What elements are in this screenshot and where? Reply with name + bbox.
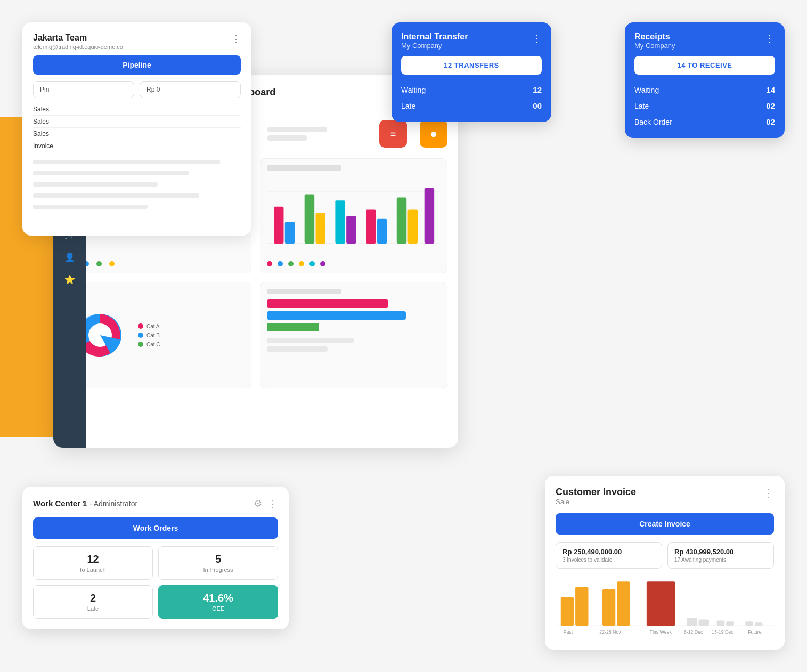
list-sales-3: Sales xyxy=(33,128,241,140)
legend-b5 xyxy=(309,261,315,266)
wc-inprogress-value: 5 xyxy=(166,553,270,565)
svg-rect-32 xyxy=(755,622,763,626)
rp-row: Pin Rp 0 xyxy=(33,81,241,98)
hbar-chart-box xyxy=(260,282,447,388)
ci-amount-1: Rp 250,490,000.00 3 Invoices to validate xyxy=(556,542,662,569)
ci-amount-2-value: Rp 430,999,520.00 xyxy=(674,548,767,556)
r-waiting-label: Waiting xyxy=(634,86,659,94)
hbar-ph-title xyxy=(267,289,341,294)
rp-box: Rp 0 xyxy=(140,81,241,98)
ph-line-3 xyxy=(267,127,327,132)
line-chart-legend xyxy=(71,261,244,266)
jakarta-menu-icon[interactable]: ⋮ xyxy=(231,33,241,45)
r-late-value: 02 xyxy=(766,101,775,110)
wc-inprogress-label: In Progress xyxy=(166,566,270,573)
r-menu-icon[interactable]: ⋮ xyxy=(764,32,775,45)
it-title: Internal Transfer xyxy=(401,32,468,42)
wc-settings-icon[interactable]: ⚙ xyxy=(254,498,262,509)
pie-l2-text: Cat B xyxy=(146,333,160,338)
svg-rect-30 xyxy=(726,621,734,626)
create-invoice-button[interactable]: Create Invoice xyxy=(556,513,774,535)
wc-late-value: 2 xyxy=(41,592,145,604)
ph-j4 xyxy=(33,193,199,198)
legend-yellow xyxy=(109,261,115,266)
transfers-button[interactable]: 12 TRANSFERS xyxy=(401,56,542,75)
svg-text:6-12 Dec: 6-12 Dec xyxy=(684,629,703,635)
wc-launch-value: 12 xyxy=(41,553,145,565)
svg-rect-22 xyxy=(561,597,574,626)
hbar-row xyxy=(267,299,441,331)
pie-legend: Cat A Cat B Cat C xyxy=(138,323,160,347)
r-stat-late: Late 02 xyxy=(634,98,775,114)
wc-stat-inprogress: 5 In Progress xyxy=(158,546,278,580)
ph-h2 xyxy=(267,346,328,352)
ci-amount-1-label: 3 Invoices to validate xyxy=(563,557,655,563)
charts-row-2: Cat A Cat B Cat C xyxy=(64,282,447,388)
work-orders-button[interactable]: Work Orders xyxy=(33,517,278,539)
svg-text:Past: Past xyxy=(564,629,573,635)
svg-rect-16 xyxy=(397,197,406,244)
pie-chart-box: Cat A Cat B Cat C xyxy=(64,282,251,388)
circle-icon[interactable]: ● xyxy=(420,120,447,148)
ph-j1 xyxy=(33,160,220,164)
jakarta-info: Jakarta Team telering@trading-id.equio-d… xyxy=(33,33,123,50)
svg-rect-29 xyxy=(717,620,725,626)
legend-b1 xyxy=(267,261,272,266)
svg-rect-27 xyxy=(687,618,697,626)
r-stat-backorder: Back Order 02 xyxy=(634,114,775,129)
wc-title: Work Center 1 xyxy=(33,499,87,508)
svg-text:13-19 Dec: 13-19 Dec xyxy=(712,629,733,635)
ci-amount-2: Rp 430,999,520.00 17 Awaiting payments xyxy=(667,542,774,569)
jakarta-ph-lines xyxy=(33,158,241,211)
svg-rect-14 xyxy=(366,209,376,243)
svg-rect-13 xyxy=(346,216,356,244)
ci-amount-1-value: Rp 250,490,000.00 xyxy=(563,548,655,556)
pipeline-button[interactable]: Pipeline xyxy=(33,55,241,75)
svg-text:This Week: This Week xyxy=(650,629,672,635)
invoice-bar-chart-svg: Past 22-28 Nov This Week 6-12 Dec 13-19 … xyxy=(556,578,774,637)
ci-amounts: Rp 250,490,000.00 3 Invoices to validate… xyxy=(556,542,774,569)
it-menu-icon[interactable]: ⋮ xyxy=(531,32,542,45)
report-icon[interactable]: ≡ xyxy=(379,120,407,148)
r-late-label: Late xyxy=(634,102,649,110)
ci-title: Customer Invoice xyxy=(556,487,636,498)
ph-line-4 xyxy=(267,135,307,141)
sidebar-item-star[interactable]: ⭐ xyxy=(60,270,79,289)
svg-text:Future: Future xyxy=(748,629,761,635)
sidebar-item-user[interactable]: 👤 xyxy=(60,247,79,266)
pie-l3-text: Cat C xyxy=(146,342,160,347)
wc-menu-icon[interactable]: ⋮ xyxy=(267,497,278,510)
pie-legend-2: Cat B xyxy=(138,333,160,338)
it-late-label: Late xyxy=(401,102,415,110)
it-title-block: Internal Transfer My Company xyxy=(401,32,468,50)
svg-rect-10 xyxy=(305,195,314,244)
ci-subtitle: Sale xyxy=(556,498,636,506)
wc-stat-oee: 41.6% OEE xyxy=(158,585,278,619)
ph-j5 xyxy=(33,205,148,209)
ph-j2 xyxy=(33,171,189,175)
hbar-3 xyxy=(267,323,319,331)
it-waiting-label: Waiting xyxy=(401,86,426,94)
hbar-1 xyxy=(267,299,388,308)
wc-stats-grid: 12 to Launch 5 In Progress 2 Late 41.6% … xyxy=(33,546,278,619)
svg-rect-9 xyxy=(285,222,295,244)
ph-h1 xyxy=(267,338,354,343)
bar-chart-svg xyxy=(267,176,441,256)
r-title: Receipts xyxy=(634,32,675,42)
ci-menu-icon[interactable]: ⋮ xyxy=(763,487,774,499)
svg-rect-31 xyxy=(745,621,753,626)
legend-b6 xyxy=(320,261,325,266)
internal-transfer-card: Internal Transfer My Company ⋮ 12 TRANSF… xyxy=(392,22,551,122)
r-waiting-value: 14 xyxy=(766,85,775,94)
pie-l1-text: Cat A xyxy=(146,323,159,329)
legend-green xyxy=(96,261,102,266)
it-late-value: 00 xyxy=(533,101,542,110)
receive-button[interactable]: 14 TO RECEIVE xyxy=(634,56,775,75)
it-stat-waiting: Waiting 12 xyxy=(401,82,542,98)
wc-oee-label: OEE xyxy=(166,605,270,612)
bar-chart-legend xyxy=(267,261,441,266)
list-invoice: Invoice xyxy=(33,140,241,152)
it-card-header: Internal Transfer My Company ⋮ xyxy=(401,32,542,50)
wc-subtitle: - Administrator xyxy=(89,499,137,508)
wc-stat-late: 2 Late xyxy=(33,585,153,619)
